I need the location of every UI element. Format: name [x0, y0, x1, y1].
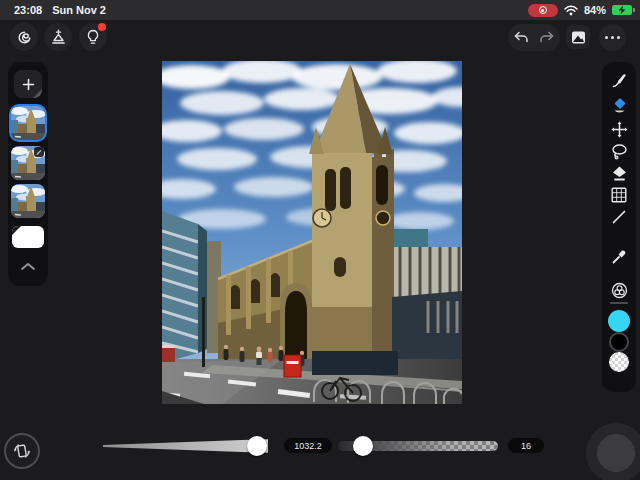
opacity-slider-thumb[interactable]: [353, 436, 373, 456]
add-layer-button[interactable]: [14, 70, 42, 98]
layer-badge-icon: [34, 147, 44, 157]
tools-divider: [610, 302, 628, 304]
brush-size-slider-thumb[interactable]: [247, 436, 267, 456]
eyedropper-icon: [611, 249, 627, 265]
lightbulb-icon: [85, 29, 101, 45]
publish-button[interactable]: [44, 23, 72, 51]
fill-icon: [611, 165, 628, 182]
tool-eraser[interactable]: [602, 95, 636, 117]
layer-thumbnail[interactable]: [11, 106, 45, 140]
tool-eyedropper[interactable]: [602, 246, 636, 268]
redo-arrow-icon[interactable]: [539, 30, 555, 45]
color-swatch-black[interactable]: [609, 332, 629, 352]
battery-charging-icon: [612, 5, 632, 15]
status-bar: 23:08 Sun Nov 2 84%: [0, 0, 640, 20]
ellipsis-icon: [605, 36, 620, 39]
canvas-image[interactable]: [162, 61, 462, 404]
color-swatch-cyan-active[interactable]: [608, 310, 630, 332]
shapes-icon: [611, 282, 628, 299]
battery-percent: 84%: [584, 4, 606, 16]
move-icon: [611, 121, 628, 138]
chevron-up-icon[interactable]: [20, 262, 36, 271]
image-button[interactable]: [566, 25, 590, 49]
brush-icon: [611, 72, 628, 89]
layers-panel: [8, 62, 48, 286]
app-home-button[interactable]: [10, 23, 38, 51]
background-layer-thumbnail[interactable]: [12, 226, 44, 248]
learn-button[interactable]: [79, 23, 107, 51]
tool-shapes[interactable]: [602, 279, 636, 301]
touch-shortcut-button[interactable]: [586, 423, 640, 480]
layer-thumbnail[interactable]: [11, 146, 45, 180]
undo-redo-group: [508, 24, 560, 51]
app-screen: 23:08 Sun Nov 2 84%: [0, 0, 640, 480]
brush-size-slider[interactable]: [103, 437, 268, 455]
lasso-icon: [611, 143, 628, 160]
tool-line[interactable]: [602, 206, 636, 228]
image-photo-icon: [571, 30, 586, 45]
clock-date: Sun Nov 2: [52, 4, 106, 16]
color-swatch-white[interactable]: [609, 352, 629, 372]
tool-fill[interactable]: [602, 162, 636, 184]
clock-time: 23:08: [14, 4, 42, 16]
tool-move[interactable]: [602, 118, 636, 140]
undo-arrow-icon[interactable]: [513, 30, 529, 45]
wifi-icon: [564, 5, 578, 16]
fresco-swirl-icon: [16, 29, 33, 46]
line-icon: [611, 209, 627, 225]
eraser-icon: [611, 98, 628, 115]
rotate-device-icon: [12, 441, 32, 461]
brush-size-value: 1032.2: [284, 438, 332, 453]
notification-badge: [98, 23, 106, 31]
screen-recording-indicator-icon[interactable]: [528, 4, 558, 17]
layer-thumbnail[interactable]: [11, 184, 45, 218]
more-options-button[interactable]: [599, 24, 626, 51]
opacity-value: 16: [508, 438, 544, 453]
tool-lasso[interactable]: [602, 140, 636, 162]
tools-panel: [602, 62, 636, 392]
publish-export-icon: [50, 29, 67, 46]
grid-icon: [611, 187, 627, 203]
rotate-canvas-button[interactable]: [4, 433, 40, 469]
tool-brush[interactable]: [602, 69, 636, 91]
tool-transform-grid[interactable]: [602, 184, 636, 206]
